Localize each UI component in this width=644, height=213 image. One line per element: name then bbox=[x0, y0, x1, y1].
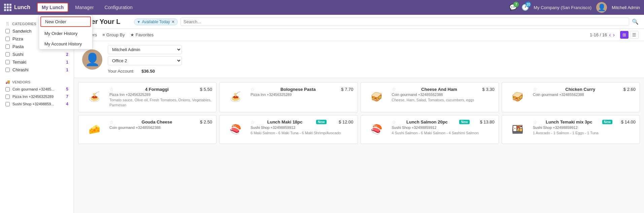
filter-remove-icon[interactable]: ✕ bbox=[171, 20, 175, 24]
sidebar-checkbox-sushi-shop[interactable] bbox=[5, 102, 10, 106]
pagination: 1-16 / 16 ‹ › bbox=[590, 32, 615, 38]
nav-item-configuration[interactable]: Configuration bbox=[101, 3, 137, 11]
product-name-lunch-maki: Lunch Maki 18pc bbox=[267, 119, 303, 125]
favorite-star-4-formaggi[interactable]: ☆ bbox=[109, 86, 114, 92]
product-desc-lunch-temaki: 1 Avocado - 1 Salmon - 1 Eggs - 1 Tuna bbox=[533, 131, 636, 136]
activity-notifications[interactable]: 🕐 20 bbox=[521, 4, 529, 11]
sidebar-checkbox-coin-gourmand[interactable] bbox=[5, 87, 10, 92]
dropdown-item-my-account-history[interactable]: My Account History bbox=[39, 39, 92, 49]
product-card-chicken-curry[interactable]: 🥪 ☆ Chicken Curry $ 2.60 Coin gourmand +… bbox=[502, 82, 640, 112]
app-logo[interactable]: Lunch bbox=[4, 4, 34, 11]
dropdown-item-new-order[interactable]: New Order bbox=[40, 16, 91, 27]
product-name-lunch-temaki: Lunch Temaki mix 3pc bbox=[546, 119, 592, 125]
product-image-lunch-maki: 🍣 bbox=[224, 119, 247, 140]
sidebar-item-temaki[interactable]: Temaki 1 bbox=[0, 58, 74, 66]
content-area: Order Your L ▼ Available Today ✕ 🔍 ▼ Fil… bbox=[74, 15, 644, 213]
my-lunch-dropdown: New Order My Order History My Account Hi… bbox=[39, 15, 93, 49]
location-select[interactable]: Office 2 bbox=[108, 56, 182, 65]
product-card-gouda-cheese[interactable]: 🧀 ☆ Gouda Cheese $ 2.50 Coin gourmand +3… bbox=[78, 115, 216, 144]
product-image-lunch-temaki: 🍱 bbox=[506, 119, 530, 140]
nav-item-manager[interactable]: Manager bbox=[71, 3, 98, 11]
product-card-4-formaggi[interactable]: 🍝 ☆ 4 Formaggi $ 5.50 Pizza Inn +3245632… bbox=[78, 82, 216, 112]
product-desc-lunch-salmon: 4 Sushi Salmon - 6 Maki Salmon - 4 Sashi… bbox=[392, 131, 495, 136]
pagination-next[interactable]: › bbox=[613, 32, 615, 38]
product-image-gouda-cheese: 🧀 bbox=[82, 119, 106, 140]
user-select[interactable]: Mitchell Admin bbox=[108, 45, 182, 54]
favorite-star-lunch-temaki[interactable]: ☆ bbox=[533, 119, 537, 125]
product-top: ☆ Bolognese Pasta $ 7.70 bbox=[250, 86, 353, 92]
chat-notifications[interactable]: 💬 7 bbox=[509, 4, 517, 11]
favorite-star-chicken-curry[interactable]: ☆ bbox=[533, 86, 537, 92]
sidebar-checkbox-pizza[interactable] bbox=[5, 37, 10, 41]
product-name-cheese-and-ham: Cheese And Ham bbox=[421, 87, 457, 92]
sidebar-item-pizza-inn[interactable]: Pizza Inn +32456325289 7 bbox=[0, 93, 74, 100]
sidebar-checkbox-chirashi[interactable] bbox=[5, 68, 10, 72]
favorite-star-lunch-salmon[interactable]: ☆ bbox=[392, 119, 396, 125]
product-badge-lunch-salmon: New bbox=[459, 120, 470, 124]
product-card-lunch-temaki[interactable]: 🍱 ☆ Lunch Temaki mix 3pc New $ 14.00 Sus… bbox=[502, 115, 640, 144]
product-info-cheese-and-ham: ☆ Cheese And Ham $ 3.30 Coin gourmand +3… bbox=[392, 86, 495, 103]
favorite-star-gouda-cheese[interactable]: ☆ bbox=[109, 119, 114, 125]
product-info-chicken-curry: ☆ Chicken Curry $ 2.60 Coin gourmand +32… bbox=[533, 86, 636, 97]
sidebar-checkbox-pasta[interactable] bbox=[5, 44, 10, 49]
sidebar-checkbox-temaki[interactable] bbox=[5, 60, 10, 64]
product-image-lunch-salmon: 🍣 bbox=[365, 119, 388, 140]
available-today-filter[interactable]: ▼ Available Today ✕ bbox=[134, 19, 178, 25]
product-name-lunch-salmon: Lunch Salmon 20pc bbox=[406, 119, 448, 125]
product-vendor-4-formaggi: Pizza Inn +32456325289 bbox=[109, 93, 212, 97]
product-vendor-gouda-cheese: Coin gourmand +32485562388 bbox=[109, 126, 212, 130]
product-card-lunch-maki[interactable]: 🍣 ☆ Lunch Maki 18pc New $ 12.00 Sushi Sh… bbox=[219, 115, 358, 144]
product-card-cheese-and-ham[interactable]: 🥪 ☆ Cheese And Ham $ 3.30 Coin gourmand … bbox=[361, 82, 499, 112]
dropdown-item-my-order-history[interactable]: My Order History bbox=[39, 28, 92, 39]
activity-badge: 20 bbox=[526, 2, 531, 7]
product-price-lunch-maki: $ 12.00 bbox=[339, 119, 353, 125]
product-desc-cheese-and-ham: Cheese, Ham, Salad, Tomatoes, cucumbers,… bbox=[392, 98, 495, 103]
toolbar: ▼ Filters ≡ Group By ★ Favorites 1-16 / … bbox=[74, 29, 644, 41]
filter-tag-label: Available Today bbox=[142, 20, 170, 24]
favorites-button[interactable]: ★ Favorites bbox=[130, 32, 154, 37]
sidebar-item-chirashi[interactable]: Chirashi 1 bbox=[0, 66, 74, 74]
search-submit-icon[interactable]: 🔍 bbox=[632, 19, 639, 25]
product-image-bolognese-pasta: 🍝 bbox=[224, 86, 247, 107]
product-image-4-formaggi: 🍝 bbox=[82, 86, 106, 107]
product-card-lunch-salmon[interactable]: 🍣 ☆ Lunch Salmon 20pc New $ 13.80 Sushi … bbox=[361, 115, 499, 144]
account-amount: $36.50 bbox=[141, 69, 155, 74]
nav-item-my-lunch[interactable]: My Lunch bbox=[37, 3, 68, 12]
sidebar-item-sushi-shop[interactable]: Sushi Shop +32498859... 4 bbox=[0, 100, 74, 108]
product-name-4-formaggi: 4 Formaggi bbox=[145, 87, 169, 92]
product-info-bolognese-pasta: ☆ Bolognese Pasta $ 7.70 Pizza Inn +3245… bbox=[250, 86, 353, 97]
avatar[interactable]: 👤 bbox=[596, 2, 607, 13]
product-vendor-chicken-curry: Coin gourmand +32485562388 bbox=[533, 93, 636, 97]
product-vendor-cheese-and-ham: Coin gourmand +32485562388 bbox=[392, 93, 495, 97]
sidebar-item-coin-gourmand[interactable]: Coin gourmand +32485... 5 bbox=[0, 85, 74, 93]
search-input[interactable] bbox=[183, 19, 626, 24]
product-info-gouda-cheese: ☆ Gouda Cheese $ 2.50 Coin gourmand +324… bbox=[109, 119, 212, 130]
kanban-view-button[interactable]: ⊞ bbox=[620, 31, 629, 39]
product-vendor-bolognese-pasta: Pizza Inn +32456325289 bbox=[250, 93, 353, 97]
sidebar-checkbox-sushi[interactable] bbox=[5, 52, 10, 57]
product-vendor-lunch-temaki: Sushi Shop +32498859912 bbox=[533, 126, 636, 130]
product-card-bolognese-pasta[interactable]: 🍝 ☆ Bolognese Pasta $ 7.70 Pizza Inn +32… bbox=[219, 82, 358, 112]
list-view-button[interactable]: ☰ bbox=[630, 31, 639, 39]
content-header: Order Your L ▼ Available Today ✕ 🔍 bbox=[74, 15, 644, 29]
favorite-star-cheese-and-ham[interactable]: ☆ bbox=[392, 86, 396, 92]
sidebar-checkbox-pizza-inn[interactable] bbox=[5, 95, 10, 99]
filter-funnel-icon: ▼ bbox=[137, 20, 141, 24]
product-desc-lunch-maki: 6 Maki Salmon - 6 Maki Tuna - 6 Maki Shr… bbox=[250, 131, 353, 136]
topnav-right: 💬 7 🕐 20 My Company (San Francisco) 👤 Mi… bbox=[509, 2, 640, 13]
product-top: ☆ 4 Formaggi $ 5.50 bbox=[109, 86, 212, 92]
sidebar-checkbox-sandwich[interactable] bbox=[5, 29, 10, 33]
company-name: My Company (San Francisco) bbox=[534, 5, 591, 10]
grid-icon bbox=[4, 4, 11, 11]
favorite-star-bolognese-pasta[interactable]: ☆ bbox=[250, 86, 255, 92]
product-price-cheese-and-ham: $ 3.30 bbox=[482, 87, 495, 92]
sidebar-item-sushi[interactable]: Sushi 2 bbox=[0, 50, 74, 58]
pagination-prev[interactable]: ‹ bbox=[609, 32, 611, 38]
categories-icon: 🍴 bbox=[5, 22, 10, 26]
search-input-wrap bbox=[180, 17, 629, 26]
favorite-star-lunch-maki[interactable]: ☆ bbox=[250, 119, 255, 125]
group-by-button[interactable]: ≡ Group By bbox=[102, 32, 125, 37]
product-price-bolognese-pasta: $ 7.70 bbox=[341, 87, 353, 92]
products-grid: 🍝 ☆ 4 Formaggi $ 5.50 Pizza Inn +3245632… bbox=[78, 82, 640, 144]
product-top: ☆ Lunch Maki 18pc New $ 12.00 bbox=[250, 119, 353, 125]
